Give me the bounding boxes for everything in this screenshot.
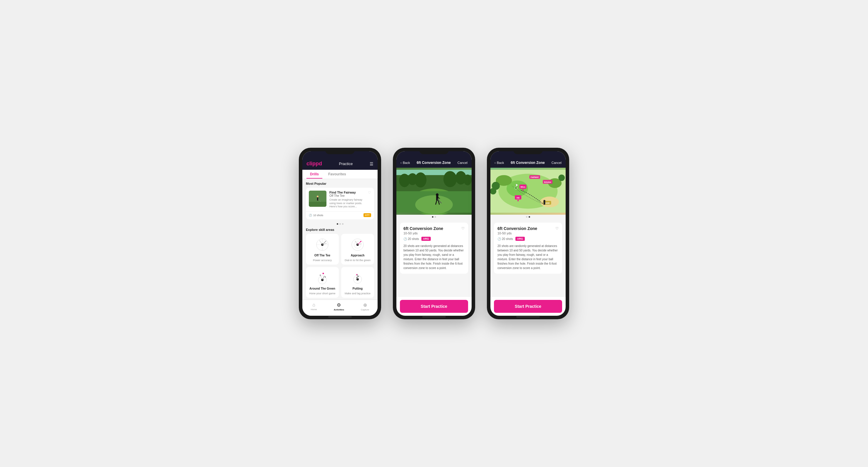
featured-drill-name: Find The Fairway <box>330 191 365 194</box>
ott-badge: OTT <box>364 213 371 217</box>
detail-screen-title-3: 6ft Conversion Zone <box>511 161 545 165</box>
featured-drill-card[interactable]: Find The Fairway Off The Tee Create an i… <box>306 188 374 220</box>
clock-meta-icon-3: 🕐 <box>497 237 501 240</box>
app-logo: clippd <box>307 161 322 167</box>
drill-range-3: 10-50 yds <box>497 231 559 235</box>
svg-point-3 <box>317 196 318 197</box>
back-button[interactable]: ‹ Back <box>401 161 410 165</box>
start-practice-button-2[interactable]: Start Practice <box>400 300 468 313</box>
back-chevron-icon: ‹ <box>401 161 402 165</box>
back-button-3[interactable]: ‹ Back <box>495 161 504 165</box>
nav-home[interactable]: ⌂ Home <box>311 302 317 311</box>
drill-detail-content-2: 6ft Conversion Zone ♡ 10-50 yds 🕐 20 sho… <box>396 219 472 297</box>
fav-icon-2[interactable]: ♡ <box>461 227 465 231</box>
drill-description-2: 20 shots are randomly generated at dista… <box>403 244 465 270</box>
svg-point-30 <box>358 276 359 277</box>
svg-point-74 <box>515 187 517 189</box>
skill-grid: Off The Tee Power accuracy <box>306 234 374 298</box>
shots-label: 10 shots <box>313 214 323 217</box>
svg-text:FAIRWAY: FAIRWAY <box>531 176 539 178</box>
favourite-icon[interactable]: ♡ <box>368 191 371 195</box>
svg-text:SAND: SAND <box>545 202 550 204</box>
svg-text:Miss: Miss <box>521 186 525 188</box>
skill-sub-ott: Power accuracy <box>313 259 332 262</box>
back-chevron-icon-3: ‹ <box>495 161 496 165</box>
svg-line-21 <box>322 276 324 280</box>
svg-point-24 <box>325 276 326 277</box>
drill-photo <box>396 168 472 215</box>
skill-card-around-the-green[interactable]: Around The Green Hone your short game <box>306 267 339 298</box>
featured-drill-subtitle: Off The Tee <box>330 194 365 197</box>
phone-2: ‹ Back 6ft Conversion Zone Cancel <box>393 148 475 319</box>
svg-point-38 <box>443 171 457 187</box>
shots-info: 🕐 10 shots <box>309 214 323 217</box>
featured-drill-info: Find The Fairway Off The Tee Create an i… <box>330 191 365 208</box>
svg-point-59 <box>558 174 565 181</box>
start-practice-button-3[interactable]: Start Practice <box>494 300 562 313</box>
svg-point-40 <box>464 174 472 185</box>
dot-2 <box>339 223 341 225</box>
dot-indicators <box>306 222 374 226</box>
back-label-3: Back <box>497 161 504 165</box>
skill-name-atg: Around The Green <box>309 287 335 290</box>
drill-range-2: 10-50 yds <box>403 231 465 235</box>
dot-1 <box>337 223 338 225</box>
tab-favourites[interactable]: Favourites <box>325 170 350 178</box>
tabs-row: Drills Favourites <box>302 170 378 179</box>
arg-badge-2: ARG <box>422 237 431 241</box>
detail-screen-title: 6ft Conversion Zone <box>417 161 451 165</box>
nav-home-label: Home <box>311 308 317 311</box>
svg-rect-72 <box>544 201 545 205</box>
svg-text:Hit: Hit <box>517 197 520 199</box>
skill-card-putting[interactable]: Putting Make and lag practice <box>341 267 374 298</box>
activities-icon: ⚙ <box>337 302 341 308</box>
clock-meta-icon-2: 🕐 <box>403 237 407 240</box>
nav-capture-label: Capture <box>361 308 369 311</box>
nav-activities-label: Activities <box>334 308 344 311</box>
skill-card-approach[interactable]: Approach Dial-in to hit the green <box>341 234 374 265</box>
map-dot-2 <box>529 216 530 218</box>
photo-dot-1 <box>432 216 433 218</box>
nav-capture[interactable]: ⊕ Capture <box>361 302 369 311</box>
skill-name-putting: Putting <box>352 287 363 290</box>
svg-line-10 <box>319 240 322 245</box>
svg-point-37 <box>414 172 426 188</box>
clock-icon: 🕐 <box>309 214 312 217</box>
shots-meta-2: 🕐 20 shots <box>403 237 419 240</box>
shots-meta-3: 🕐 20 shots <box>497 237 513 240</box>
drill-map: Hit Miss FAIRWAY ROUGH SAND <box>490 168 566 215</box>
back-label: Back <box>403 161 410 165</box>
menu-icon[interactable]: ☰ <box>370 162 373 166</box>
skill-sub-putting: Make and lag practice <box>345 292 371 295</box>
map-dot-1 <box>526 216 527 218</box>
tab-drills[interactable]: Drills <box>307 170 322 178</box>
svg-rect-1 <box>309 202 327 207</box>
fav-icon-3[interactable]: ♡ <box>555 227 559 231</box>
screen-content: Most Popular <box>302 179 378 300</box>
svg-point-18 <box>360 241 362 242</box>
most-popular-label: Most Popular <box>306 182 374 185</box>
shots-count-3: 20 shots <box>502 237 513 240</box>
drill-name-2: 6ft Conversion Zone ♡ <box>403 226 465 231</box>
screen-title: Practice <box>339 162 353 166</box>
featured-drill-thumbnail <box>309 191 327 207</box>
skill-name-approach: Approach <box>351 254 365 257</box>
phone-1: clippd Practice ☰ Drills Favourites Most… <box>299 148 381 319</box>
svg-text:ROUGH: ROUGH <box>544 181 551 183</box>
nav-activities[interactable]: ⚙ Activities <box>334 302 344 311</box>
drill-name-3: 6ft Conversion Zone ♡ <box>497 226 559 231</box>
bottom-nav: ⌂ Home ⚙ Activities ⊕ Capture <box>302 300 378 316</box>
drill-detail-content-3: 6ft Conversion Zone ♡ 10-50 yds 🕐 20 sho… <box>490 219 566 297</box>
skill-sub-approach: Dial-in to hit the green <box>345 259 371 262</box>
cancel-button[interactable]: Cancel <box>458 161 467 165</box>
svg-rect-2 <box>317 197 318 201</box>
skill-card-off-the-tee[interactable]: Off The Tee Power accuracy <box>306 234 339 265</box>
shots-count-2: 20 shots <box>408 237 419 240</box>
cancel-button-3[interactable]: Cancel <box>552 161 561 165</box>
phone-3: ‹ Back 6ft Conversion Zone Cancel <box>487 148 569 319</box>
svg-point-46 <box>436 193 438 196</box>
drill-meta-3: 🕐 20 shots ARG <box>497 237 559 241</box>
drill-detail-card-3: 6ft Conversion Zone ♡ 10-50 yds 🕐 20 sho… <box>494 223 562 274</box>
arg-badge-3: ARG <box>516 237 525 241</box>
skill-name-ott: Off The Tee <box>314 254 330 257</box>
